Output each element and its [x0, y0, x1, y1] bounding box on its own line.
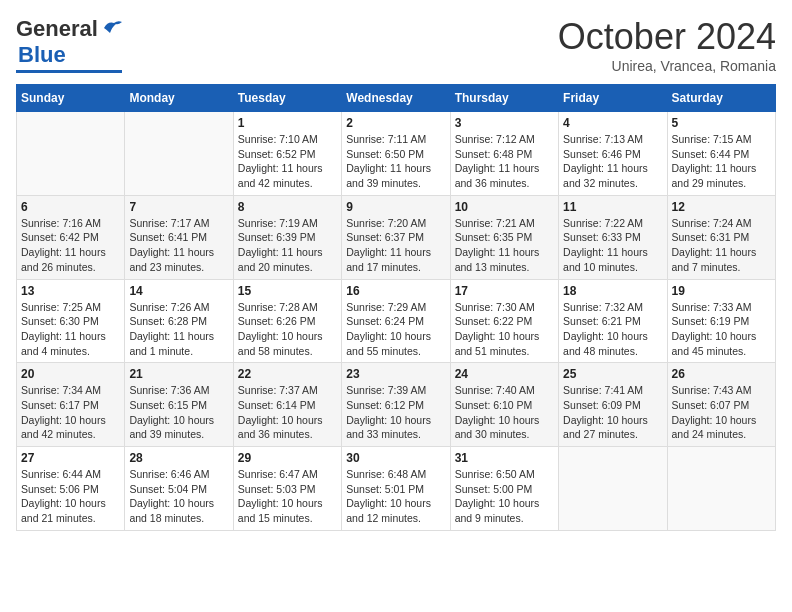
day-number: 26	[672, 367, 771, 381]
day-number: 9	[346, 200, 445, 214]
weekday-header-friday: Friday	[559, 85, 667, 112]
day-number: 17	[455, 284, 554, 298]
day-number: 29	[238, 451, 337, 465]
weekday-header-monday: Monday	[125, 85, 233, 112]
calendar-week-row: 6Sunrise: 7:16 AM Sunset: 6:42 PM Daylig…	[17, 195, 776, 279]
calendar-cell: 14Sunrise: 7:26 AM Sunset: 6:28 PM Dayli…	[125, 279, 233, 363]
calendar-cell: 13Sunrise: 7:25 AM Sunset: 6:30 PM Dayli…	[17, 279, 125, 363]
calendar-cell: 23Sunrise: 7:39 AM Sunset: 6:12 PM Dayli…	[342, 363, 450, 447]
day-info: Sunrise: 7:13 AM Sunset: 6:46 PM Dayligh…	[563, 132, 662, 191]
calendar-cell: 26Sunrise: 7:43 AM Sunset: 6:07 PM Dayli…	[667, 363, 775, 447]
day-info: Sunrise: 7:19 AM Sunset: 6:39 PM Dayligh…	[238, 216, 337, 275]
day-number: 30	[346, 451, 445, 465]
calendar-week-row: 13Sunrise: 7:25 AM Sunset: 6:30 PM Dayli…	[17, 279, 776, 363]
day-info: Sunrise: 7:30 AM Sunset: 6:22 PM Dayligh…	[455, 300, 554, 359]
calendar-cell: 8Sunrise: 7:19 AM Sunset: 6:39 PM Daylig…	[233, 195, 341, 279]
calendar-cell: 22Sunrise: 7:37 AM Sunset: 6:14 PM Dayli…	[233, 363, 341, 447]
day-info: Sunrise: 7:21 AM Sunset: 6:35 PM Dayligh…	[455, 216, 554, 275]
day-info: Sunrise: 6:47 AM Sunset: 5:03 PM Dayligh…	[238, 467, 337, 526]
day-info: Sunrise: 7:39 AM Sunset: 6:12 PM Dayligh…	[346, 383, 445, 442]
calendar-cell: 25Sunrise: 7:41 AM Sunset: 6:09 PM Dayli…	[559, 363, 667, 447]
day-info: Sunrise: 7:36 AM Sunset: 6:15 PM Dayligh…	[129, 383, 228, 442]
day-info: Sunrise: 7:43 AM Sunset: 6:07 PM Dayligh…	[672, 383, 771, 442]
calendar-cell: 9Sunrise: 7:20 AM Sunset: 6:37 PM Daylig…	[342, 195, 450, 279]
day-number: 28	[129, 451, 228, 465]
day-number: 22	[238, 367, 337, 381]
calendar-cell: 10Sunrise: 7:21 AM Sunset: 6:35 PM Dayli…	[450, 195, 558, 279]
day-number: 19	[672, 284, 771, 298]
day-number: 8	[238, 200, 337, 214]
day-number: 6	[21, 200, 120, 214]
day-info: Sunrise: 7:29 AM Sunset: 6:24 PM Dayligh…	[346, 300, 445, 359]
day-info: Sunrise: 7:41 AM Sunset: 6:09 PM Dayligh…	[563, 383, 662, 442]
calendar-cell: 4Sunrise: 7:13 AM Sunset: 6:46 PM Daylig…	[559, 112, 667, 196]
calendar-cell: 29Sunrise: 6:47 AM Sunset: 5:03 PM Dayli…	[233, 447, 341, 531]
day-info: Sunrise: 7:17 AM Sunset: 6:41 PM Dayligh…	[129, 216, 228, 275]
day-info: Sunrise: 7:33 AM Sunset: 6:19 PM Dayligh…	[672, 300, 771, 359]
day-info: Sunrise: 7:20 AM Sunset: 6:37 PM Dayligh…	[346, 216, 445, 275]
calendar-cell: 19Sunrise: 7:33 AM Sunset: 6:19 PM Dayli…	[667, 279, 775, 363]
day-info: Sunrise: 7:25 AM Sunset: 6:30 PM Dayligh…	[21, 300, 120, 359]
month-title: October 2024	[558, 16, 776, 58]
day-info: Sunrise: 7:15 AM Sunset: 6:44 PM Dayligh…	[672, 132, 771, 191]
calendar-cell: 28Sunrise: 6:46 AM Sunset: 5:04 PM Dayli…	[125, 447, 233, 531]
page-header: General Blue October 2024 Unirea, Vrance…	[16, 16, 776, 74]
day-number: 18	[563, 284, 662, 298]
location-subtitle: Unirea, Vrancea, Romania	[558, 58, 776, 74]
calendar-table: SundayMondayTuesdayWednesdayThursdayFrid…	[16, 84, 776, 531]
calendar-cell: 18Sunrise: 7:32 AM Sunset: 6:21 PM Dayli…	[559, 279, 667, 363]
calendar-cell: 7Sunrise: 7:17 AM Sunset: 6:41 PM Daylig…	[125, 195, 233, 279]
day-info: Sunrise: 7:10 AM Sunset: 6:52 PM Dayligh…	[238, 132, 337, 191]
day-number: 23	[346, 367, 445, 381]
weekday-header-wednesday: Wednesday	[342, 85, 450, 112]
calendar-week-row: 1Sunrise: 7:10 AM Sunset: 6:52 PM Daylig…	[17, 112, 776, 196]
calendar-cell: 24Sunrise: 7:40 AM Sunset: 6:10 PM Dayli…	[450, 363, 558, 447]
day-number: 31	[455, 451, 554, 465]
day-info: Sunrise: 7:34 AM Sunset: 6:17 PM Dayligh…	[21, 383, 120, 442]
day-number: 24	[455, 367, 554, 381]
day-number: 7	[129, 200, 228, 214]
logo-general: General	[16, 16, 98, 42]
day-number: 12	[672, 200, 771, 214]
day-info: Sunrise: 7:26 AM Sunset: 6:28 PM Dayligh…	[129, 300, 228, 359]
day-number: 3	[455, 116, 554, 130]
logo-bird-icon	[100, 19, 122, 37]
calendar-cell: 30Sunrise: 6:48 AM Sunset: 5:01 PM Dayli…	[342, 447, 450, 531]
day-info: Sunrise: 7:24 AM Sunset: 6:31 PM Dayligh…	[672, 216, 771, 275]
calendar-cell: 20Sunrise: 7:34 AM Sunset: 6:17 PM Dayli…	[17, 363, 125, 447]
day-number: 14	[129, 284, 228, 298]
day-info: Sunrise: 6:46 AM Sunset: 5:04 PM Dayligh…	[129, 467, 228, 526]
day-info: Sunrise: 7:40 AM Sunset: 6:10 PM Dayligh…	[455, 383, 554, 442]
day-info: Sunrise: 6:44 AM Sunset: 5:06 PM Dayligh…	[21, 467, 120, 526]
calendar-cell: 15Sunrise: 7:28 AM Sunset: 6:26 PM Dayli…	[233, 279, 341, 363]
calendar-cell	[667, 447, 775, 531]
logo-blue: Blue	[18, 42, 66, 68]
calendar-cell: 16Sunrise: 7:29 AM Sunset: 6:24 PM Dayli…	[342, 279, 450, 363]
day-number: 21	[129, 367, 228, 381]
day-number: 16	[346, 284, 445, 298]
logo-underline	[16, 70, 122, 73]
weekday-header-thursday: Thursday	[450, 85, 558, 112]
calendar-cell	[559, 447, 667, 531]
calendar-cell: 6Sunrise: 7:16 AM Sunset: 6:42 PM Daylig…	[17, 195, 125, 279]
day-number: 11	[563, 200, 662, 214]
calendar-cell: 3Sunrise: 7:12 AM Sunset: 6:48 PM Daylig…	[450, 112, 558, 196]
weekday-header-sunday: Sunday	[17, 85, 125, 112]
weekday-header-saturday: Saturday	[667, 85, 775, 112]
weekday-header-tuesday: Tuesday	[233, 85, 341, 112]
calendar-cell: 21Sunrise: 7:36 AM Sunset: 6:15 PM Dayli…	[125, 363, 233, 447]
calendar-cell: 2Sunrise: 7:11 AM Sunset: 6:50 PM Daylig…	[342, 112, 450, 196]
day-number: 25	[563, 367, 662, 381]
day-number: 1	[238, 116, 337, 130]
day-info: Sunrise: 7:37 AM Sunset: 6:14 PM Dayligh…	[238, 383, 337, 442]
day-info: Sunrise: 7:16 AM Sunset: 6:42 PM Dayligh…	[21, 216, 120, 275]
title-block: October 2024 Unirea, Vrancea, Romania	[558, 16, 776, 74]
calendar-cell	[17, 112, 125, 196]
day-number: 20	[21, 367, 120, 381]
calendar-cell: 27Sunrise: 6:44 AM Sunset: 5:06 PM Dayli…	[17, 447, 125, 531]
day-info: Sunrise: 7:32 AM Sunset: 6:21 PM Dayligh…	[563, 300, 662, 359]
day-info: Sunrise: 7:12 AM Sunset: 6:48 PM Dayligh…	[455, 132, 554, 191]
calendar-week-row: 20Sunrise: 7:34 AM Sunset: 6:17 PM Dayli…	[17, 363, 776, 447]
calendar-cell: 31Sunrise: 6:50 AM Sunset: 5:00 PM Dayli…	[450, 447, 558, 531]
day-number: 15	[238, 284, 337, 298]
